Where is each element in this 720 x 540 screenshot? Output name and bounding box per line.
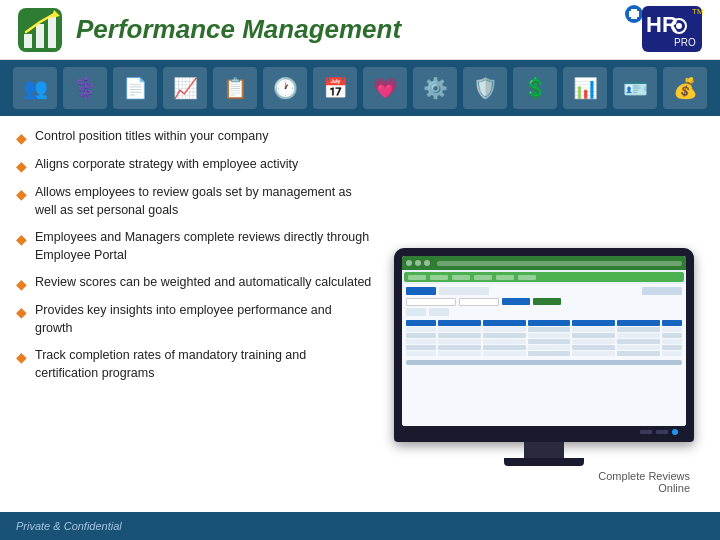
- dollar-icon[interactable]: 💲: [513, 67, 557, 109]
- svg-rect-3: [48, 16, 56, 48]
- svg-rect-7: [629, 11, 639, 17]
- list-item: ◆ Control position titles within your co…: [16, 128, 372, 146]
- money-icon[interactable]: 💰: [663, 67, 707, 109]
- monitor-area: Complete Reviews Online: [384, 128, 704, 498]
- monitor-outer: [394, 248, 694, 442]
- bullet-text-6: Provides key insights into employee perf…: [35, 302, 372, 337]
- monitor-caption: Complete Reviews Online: [394, 470, 694, 494]
- bullet-diamond-2: ◆: [16, 158, 27, 174]
- list-item: ◆ Provides key insights into employee pe…: [16, 302, 372, 337]
- svg-rect-1: [24, 34, 32, 48]
- bullet-list: ◆ Control position titles within your co…: [16, 128, 384, 498]
- bullet-text-1: Control position titles within your comp…: [35, 128, 268, 146]
- list-item: ◆ Review scores can be weighted and auto…: [16, 274, 372, 292]
- heartbeat-icon[interactable]: 💗: [363, 67, 407, 109]
- clipboard-icon[interactable]: 📋: [213, 67, 257, 109]
- monitor-screen: [402, 256, 686, 426]
- list-item: ◆ Allows employees to review goals set b…: [16, 184, 372, 219]
- clock-icon[interactable]: 🕐: [263, 67, 307, 109]
- people-icon[interactable]: 👥: [13, 67, 57, 109]
- medical-icon[interactable]: ⚕️: [63, 67, 107, 109]
- report-icon[interactable]: 📊: [563, 67, 607, 109]
- bullet-diamond-1: ◆: [16, 130, 27, 146]
- list-item: ◆ Track completion rates of mandatory tr…: [16, 347, 372, 382]
- id-icon[interactable]: 🪪: [613, 67, 657, 109]
- calendar-icon[interactable]: 📅: [313, 67, 357, 109]
- bullet-text-2: Aligns corporate strategy with employee …: [35, 156, 298, 174]
- bullet-text-7: Track completion rates of mandatory trai…: [35, 347, 372, 382]
- chart-up-icon[interactable]: 📈: [163, 67, 207, 109]
- icon-bar: 👥 ⚕️ 📄 📈 📋 🕐 📅 💗 ⚙️ 🛡️ 💲 📊 🪪 💰: [0, 60, 720, 116]
- bullet-diamond-3: ◆: [16, 186, 27, 202]
- svg-text:TM: TM: [692, 7, 704, 16]
- page-title: Performance Management: [76, 14, 624, 45]
- header-chart-icon: [16, 6, 64, 54]
- bullet-diamond-6: ◆: [16, 304, 27, 320]
- header: Performance Management HR PRO TM: [0, 0, 720, 60]
- bullet-text-4: Employees and Managers complete reviews …: [35, 229, 372, 264]
- monitor-base: [504, 458, 584, 466]
- svg-rect-2: [36, 24, 44, 48]
- main-content: ◆ Control position titles within your co…: [0, 116, 720, 506]
- svg-text:PRO: PRO: [674, 37, 696, 48]
- logo-area: HR PRO TM: [624, 4, 704, 56]
- shield-icon[interactable]: 🛡️: [463, 67, 507, 109]
- monitor-stand: [524, 442, 564, 458]
- gear-icon[interactable]: ⚙️: [413, 67, 457, 109]
- bullet-diamond-5: ◆: [16, 276, 27, 292]
- document-icon[interactable]: 📄: [113, 67, 157, 109]
- footer: Private & Confidential: [0, 512, 720, 540]
- bullet-diamond-7: ◆: [16, 349, 27, 365]
- bullet-text-3: Allows employees to review goals set by …: [35, 184, 372, 219]
- list-item: ◆ Employees and Managers complete review…: [16, 229, 372, 264]
- footer-text: Private & Confidential: [16, 520, 122, 532]
- bullet-diamond-4: ◆: [16, 231, 27, 247]
- svg-point-13: [676, 23, 682, 29]
- bullet-text-5: Review scores can be weighted and automa…: [35, 274, 371, 292]
- list-item: ◆ Aligns corporate strategy with employe…: [16, 156, 372, 174]
